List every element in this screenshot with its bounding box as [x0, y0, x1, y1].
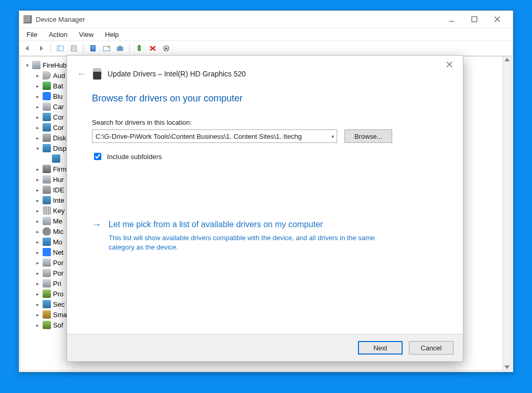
tree-item-label: Cor — [53, 113, 64, 121]
menu-action[interactable]: Action — [44, 30, 73, 40]
tree-item-label: Hur — [53, 176, 64, 184]
menu-help[interactable]: Help — [100, 30, 124, 40]
cancel-button[interactable]: Cancel — [409, 341, 454, 355]
caret-icon[interactable] — [34, 166, 41, 172]
svg-line-2 — [495, 17, 500, 22]
wizard-header: ← Update Drivers – Intel(R) HD Graphics … — [67, 56, 463, 86]
batt-icon — [43, 82, 51, 90]
wizard-close-button[interactable] — [439, 58, 460, 71]
mon-icon — [43, 123, 51, 132]
caret-icon[interactable] — [34, 312, 41, 318]
svg-line-3 — [495, 17, 500, 22]
window-title: Device Manager — [36, 16, 85, 23]
show-hide-tree-button[interactable] — [54, 43, 66, 54]
tree-item-label: Car — [53, 103, 64, 111]
include-subfolders-row[interactable]: Include subfolders — [92, 151, 438, 162]
uninstall-device-button[interactable] — [147, 43, 159, 54]
forward-button[interactable] — [35, 43, 47, 54]
caret-icon[interactable] — [34, 146, 41, 151]
update-driver-wizard: ← Update Drivers – Intel(R) HD Graphics … — [66, 55, 463, 362]
caret-icon[interactable] — [34, 322, 41, 328]
svg-point-12 — [108, 46, 110, 48]
mon-icon — [52, 154, 60, 163]
caret-icon[interactable] — [34, 135, 41, 141]
tree-item-label: Por — [53, 259, 63, 267]
app-icon — [23, 15, 32, 23]
caret-icon[interactable] — [34, 281, 41, 286]
caret-icon[interactable] — [34, 239, 41, 245]
firm-icon — [43, 165, 51, 173]
menu-view[interactable]: View — [74, 30, 99, 40]
separator — [50, 44, 51, 53]
tree-item-label: Sof — [53, 321, 63, 329]
svg-marker-20 — [165, 47, 168, 49]
menubar: File Action View Help — [19, 28, 513, 41]
driver-path-input[interactable] — [92, 129, 337, 143]
caret-icon[interactable] — [34, 125, 41, 130]
minimize-button[interactable] — [440, 13, 463, 25]
caret-icon[interactable] — [34, 302, 41, 307]
include-subfolders-label: Include subfolders — [107, 153, 162, 161]
back-button[interactable] — [21, 43, 34, 54]
sec-icon — [43, 300, 51, 308]
window-buttons — [440, 13, 509, 25]
caret-icon[interactable] — [34, 218, 41, 224]
help-button[interactable]: ? — [87, 43, 99, 54]
audio-icon — [43, 71, 51, 80]
mouse-icon — [43, 227, 51, 235]
mem-icon — [43, 217, 51, 225]
wizard-title: Update Drivers – Intel(R) HD Graphics 52… — [108, 70, 246, 78]
mon-icon — [43, 113, 51, 121]
tree-item-label: Key — [53, 207, 64, 215]
next-button[interactable]: Next — [358, 341, 403, 355]
kb-icon — [43, 206, 51, 215]
tree-item-label: IDE — [53, 186, 64, 194]
caret-icon[interactable] — [34, 208, 41, 214]
caret-icon[interactable] — [34, 83, 41, 89]
maximize-button[interactable] — [463, 13, 486, 25]
properties-button[interactable] — [68, 43, 80, 54]
include-subfolders-checkbox[interactable] — [94, 153, 101, 160]
enable-device-button[interactable] — [133, 43, 145, 54]
caret-icon[interactable] — [34, 250, 41, 255]
caret-icon[interactable] — [34, 187, 41, 193]
caret-icon[interactable] — [34, 229, 41, 234]
let-me-pick-title: Let me pick from a list of available dri… — [109, 219, 400, 230]
svg-text:?: ? — [91, 46, 95, 51]
mon-icon — [43, 238, 51, 246]
caret-icon[interactable] — [34, 177, 41, 182]
computer-icon — [32, 61, 41, 69]
let-me-pick-option[interactable]: → Let me pick from a list of available d… — [92, 219, 438, 252]
let-me-pick-description: This list will show available drivers co… — [109, 233, 400, 252]
browse-button[interactable]: Browse... — [344, 129, 392, 143]
mon-icon — [43, 144, 51, 152]
caret-icon[interactable] — [34, 104, 41, 110]
caret-icon[interactable] — [34, 114, 41, 120]
caret-icon[interactable] — [34, 291, 41, 297]
caret-icon[interactable] — [34, 73, 41, 78]
port-icon — [43, 269, 51, 277]
tree-item-label: Aud — [53, 72, 65, 80]
svg-marker-14 — [118, 45, 122, 47]
disable-device-button[interactable] — [160, 43, 172, 54]
wizard-back-button[interactable]: ← — [76, 69, 87, 80]
cam-icon — [43, 102, 51, 111]
tree-item-label: Disp — [53, 145, 66, 152]
scrollbar[interactable] — [502, 57, 511, 370]
scan-hardware-button[interactable] — [100, 43, 113, 54]
caret-icon[interactable] — [34, 198, 41, 203]
svg-rect-6 — [71, 46, 76, 51]
caret-icon[interactable] — [34, 94, 41, 99]
tree-item-label: Pro — [53, 290, 63, 298]
caret-icon[interactable] — [34, 260, 41, 266]
update-driver-button[interactable] — [114, 43, 126, 54]
svg-marker-16 — [138, 45, 141, 46]
toolbar: ? — [19, 41, 513, 56]
caret-icon[interactable] — [34, 270, 41, 276]
tree-item-label: Por — [53, 269, 63, 277]
menu-file[interactable]: File — [21, 30, 43, 40]
tree-item-label: Inte — [53, 197, 64, 204]
caret-icon[interactable] — [24, 62, 30, 68]
close-button[interactable] — [486, 13, 509, 25]
tree-item-label: Pri — [53, 280, 61, 287]
